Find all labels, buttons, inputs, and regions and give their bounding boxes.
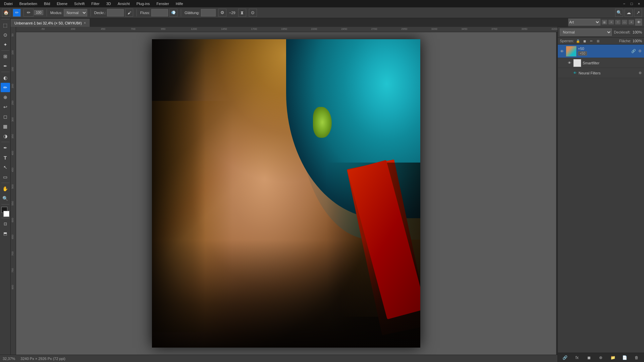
toolbar-sep-3	[1, 72, 9, 72]
maximize-button[interactable]: □	[629, 1, 634, 6]
opacity-group: Deckr.: 100% 🖌	[94, 9, 133, 17]
filter-type-icon[interactable]: T	[615, 20, 621, 24]
document-tab[interactable]: Unbenannt-1 bei 32,4% (× 50, CMYK/8#) ×	[11, 19, 90, 27]
neural-filter-eye[interactable]: 👁	[573, 71, 577, 75]
shape-tool[interactable]: ▭	[1, 172, 10, 182]
mode-group: Modus: Normal	[50, 9, 87, 16]
screen-mode-tool[interactable]: ⬒	[1, 229, 10, 238]
title-bar-left: Datei Bearbeiten Bild Ebene Schrift Filt…	[3, 1, 184, 6]
smoothing-settings-icon[interactable]: ⚙	[218, 9, 226, 17]
background-color[interactable]	[3, 211, 9, 217]
lock-position-icon[interactable]: 🔒	[575, 38, 581, 44]
quick-mask-tool[interactable]: ⊡	[1, 219, 10, 229]
lock-artboard-icon[interactable]: ⊞	[595, 38, 601, 44]
brush-tool[interactable]: ✏	[1, 83, 10, 92]
brush-tool-icon[interactable]: ✏	[13, 9, 21, 17]
left-toolbar: ✥ ⬚ ⊙ ✦ ⊞ ✒ ◐ ✏ ⊕ ↩ ◻ ▦ ◑ ✒ T ↖ ▭ ✋ 🔍 ⊡ …	[0, 7, 11, 355]
lock-transparent-icon[interactable]: ◼	[582, 38, 587, 44]
add-style-btn[interactable]: fx	[573, 354, 581, 361]
layer-name-main: +50	[578, 47, 630, 51]
share-icon[interactable]: ↗	[634, 9, 642, 17]
menu-filter[interactable]: Filter	[90, 1, 101, 6]
history-brush-tool[interactable]: ↩	[1, 102, 10, 112]
delete-layer-btn[interactable]: 🗑	[633, 354, 640, 361]
filter-pixel-icon[interactable]: ▦	[602, 20, 607, 24]
layer-visibility-eye[interactable]: 👁	[559, 49, 565, 54]
path-select-tool[interactable]: ↖	[1, 163, 10, 172]
filter-shape-icon[interactable]: ▭	[622, 20, 627, 24]
add-adjustment-btn[interactable]: ⊕	[597, 354, 604, 361]
menu-hilfe[interactable]: Hilfe	[174, 1, 184, 6]
menu-bearbeiten[interactable]: Bearbeiten	[18, 1, 39, 6]
toolbar-sep-2	[1, 50, 9, 51]
layer-chain-icon[interactable]: 🔗	[631, 49, 636, 53]
deckr-label: Deckr.:	[94, 11, 106, 15]
blend-mode-select[interactable]: Normal	[560, 28, 612, 36]
sublayer-neural-filters[interactable]: 👁 Neural Filters ⚙	[558, 68, 644, 78]
menu-plugins[interactable]: Plug-ins	[135, 1, 151, 6]
smartfilter-eye[interactable]: 👁	[567, 61, 572, 65]
add-group-btn[interactable]: 📁	[609, 354, 616, 361]
lasso-tool[interactable]: ⊙	[1, 30, 10, 40]
pen-tool[interactable]: ✒	[1, 143, 10, 153]
lock-paint-icon[interactable]: ✏	[589, 38, 594, 44]
flow-input[interactable]: 100%	[151, 9, 168, 16]
filter-adjust-icon[interactable]: ☀	[608, 20, 614, 24]
rectangular-select-tool[interactable]: ⬚	[1, 20, 10, 30]
layer-settings-icon[interactable]: ⚙	[637, 49, 643, 54]
brush-preset-picker[interactable]: ✏	[23, 9, 34, 17]
opacity-brush-icon[interactable]: 🖌	[125, 9, 133, 17]
menu-fenster[interactable]: Fenster	[155, 1, 170, 6]
zoom-tool[interactable]: 🔍	[1, 194, 10, 203]
gradient-tool[interactable]: ▦	[1, 122, 10, 131]
magic-wand-tool[interactable]: ✦	[1, 40, 10, 49]
home-icon-btn[interactable]: 🏠	[2, 9, 10, 17]
cloud-icon[interactable]: ☁	[625, 9, 633, 17]
tab-close-btn[interactable]: ×	[84, 21, 86, 25]
symmetry-icon[interactable]: ⧗	[238, 9, 246, 17]
filter-smart-icon[interactable]: ✦	[629, 20, 634, 24]
smoothing-input[interactable]: 0%	[201, 9, 216, 16]
eyedropper-tool[interactable]: ✒	[1, 61, 10, 71]
canvas-area[interactable]	[16, 32, 556, 355]
title-bar-right: − □ ×	[622, 1, 641, 6]
menu-datei[interactable]: Datei	[3, 1, 14, 6]
crop-tool[interactable]: ⊞	[1, 52, 10, 61]
add-layer-btn[interactable]: 📄	[621, 354, 629, 361]
blur-tool[interactable]: ◑	[1, 131, 10, 141]
eraser-tool[interactable]: ◻	[1, 112, 10, 121]
airbrush-icon[interactable]: 💨	[169, 9, 177, 17]
minimize-button[interactable]: −	[622, 1, 627, 6]
angle-icon[interactable]: ⊙	[249, 9, 257, 17]
spot-heal-tool[interactable]: ◐	[1, 73, 10, 82]
add-mask-btn[interactable]: ◼	[585, 354, 593, 361]
vertical-ruler: 5010015020025030035040045050055060065070…	[11, 27, 16, 355]
close-button[interactable]: ×	[637, 1, 641, 6]
smartfilter-thumbnail	[573, 59, 581, 67]
link-layers-btn[interactable]: 🔗	[561, 354, 569, 361]
hand-tool[interactable]: ✋	[1, 184, 10, 193]
divider-3	[137, 9, 137, 16]
layer-item-main[interactable]: 👁 +50 +50 🔗 ⚙	[558, 45, 644, 58]
neural-filter-settings-icon[interactable]: ⚙	[637, 70, 643, 76]
sublayer-smartfilter[interactable]: 👁 Smartfilter	[558, 58, 644, 68]
offset-group: −29	[229, 11, 235, 15]
menu-ebene[interactable]: Ebene	[55, 1, 69, 6]
right-panel: Ebenen Kanäle Pfade 3D 🔍 Art ▦ ☀ T ▭ ✦ 👁…	[557, 7, 644, 362]
menu-ansicht[interactable]: Ansicht	[116, 1, 131, 6]
search-icon[interactable]: 🔍	[615, 9, 623, 17]
menu-schrift[interactable]: Schrift	[73, 1, 86, 6]
layers-filter-select[interactable]: Art	[566, 19, 600, 25]
lock-label: Sperren:	[560, 39, 574, 43]
menu-3d[interactable]: 3D	[105, 1, 112, 6]
filter-visibility-toggle[interactable]: 👁	[635, 19, 642, 25]
opacity-input[interactable]: 100%	[107, 9, 124, 16]
clone-stamp-tool[interactable]: ⊕	[1, 93, 10, 102]
document-dimensions: 3240 Px × 2926 Px (72 ppi)	[20, 357, 65, 361]
menu-bild[interactable]: Bild	[43, 1, 51, 6]
text-tool[interactable]: T	[1, 153, 10, 162]
status-bar: 32,37% 3240 Px × 2926 Px (72 ppi)	[0, 355, 557, 362]
smartfilter-thumb-img	[574, 59, 581, 67]
mode-select[interactable]: Normal	[64, 9, 87, 16]
color-swatches	[1, 207, 9, 217]
